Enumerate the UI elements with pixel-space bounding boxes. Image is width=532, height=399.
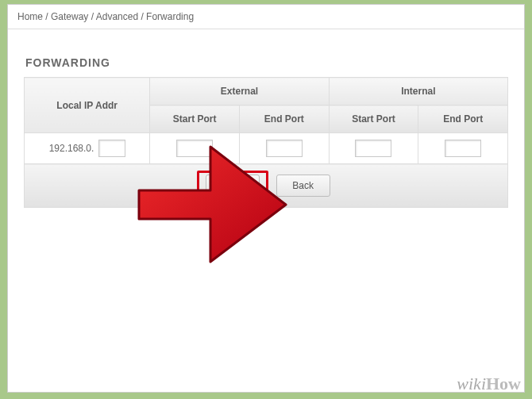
int-start-port-input[interactable] — [355, 140, 391, 157]
col-internal: Internal — [329, 78, 507, 106]
int-end-port-input[interactable] — [445, 140, 481, 157]
col-ext-end: End Port — [239, 106, 329, 133]
watermark-how: How — [486, 374, 521, 393]
app-frame: Home / Gateway / Advanced / Forwarding F… — [7, 4, 525, 393]
watermark: wikiHow — [457, 374, 521, 394]
col-ext-start: Start Port — [150, 106, 240, 133]
back-button[interactable]: Back — [276, 175, 330, 197]
col-external: External — [150, 78, 329, 106]
col-int-end: End Port — [418, 106, 508, 133]
forwarding-table: Local IP Addr External Internal Start Po… — [24, 77, 508, 208]
add-highlight: Add — [197, 171, 268, 201]
table-row: 192.168.0. — [25, 133, 508, 164]
action-row: Add Back — [25, 164, 508, 208]
col-int-start: Start Port — [329, 106, 418, 133]
page-title: FORWARDING — [25, 56, 508, 69]
watermark-wiki: wiki — [457, 374, 486, 393]
ip-prefix-label: 192.168.0. — [49, 143, 94, 154]
ext-end-port-input[interactable] — [266, 140, 303, 157]
content-area: FORWARDING Local IP Addr External Intern… — [8, 29, 524, 216]
ext-start-port-input[interactable] — [176, 140, 213, 157]
col-local-ip: Local IP Addr — [25, 78, 150, 133]
breadcrumb: Home / Gateway / Advanced / Forwarding — [8, 5, 524, 29]
add-button[interactable]: Add — [206, 175, 260, 197]
ip-octet-input[interactable] — [98, 140, 125, 157]
